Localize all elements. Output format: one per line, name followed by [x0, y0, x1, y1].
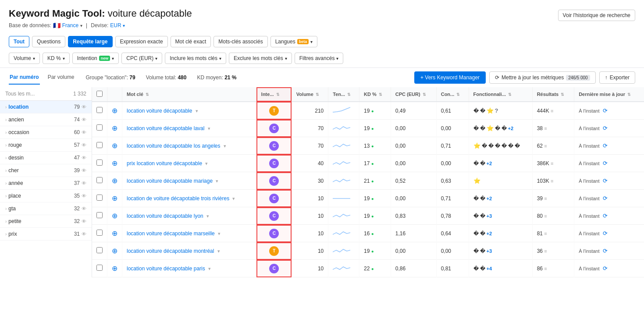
row-checkbox-input-1[interactable]: [96, 124, 103, 131]
filter-associated[interactable]: Mots-clés associés: [213, 36, 267, 47]
row-checkbox-input-2[interactable]: [96, 142, 103, 148]
row-checkbox-input-0[interactable]: [96, 107, 103, 113]
row-con-4: 0,63: [436, 172, 469, 190]
keyword-expand-1[interactable]: ▾: [208, 126, 210, 131]
add-keyword-btn-3[interactable]: ⊕: [112, 160, 117, 167]
row-checkbox-input-4[interactable]: [96, 177, 103, 183]
refresh-row-icon-3[interactable]: ⟳: [603, 160, 608, 166]
row-features-6: 📍+3: [469, 207, 532, 225]
country-link[interactable]: France: [62, 22, 78, 28]
sidebar-item-ancien[interactable]: › ancien 74 👁: [0, 113, 92, 126]
keyword-expand-7[interactable]: ▾: [218, 231, 221, 236]
add-keyword-btn-4[interactable]: ⊕: [112, 177, 117, 184]
refresh-row-icon-5[interactable]: ⟳: [603, 195, 608, 202]
keyword-link-2[interactable]: location voiture décapotable los angeles: [127, 143, 220, 149]
filter-exact-phrase[interactable]: Expression exacte: [115, 36, 168, 47]
sidebar-item-prix[interactable]: › prix 31 👁: [0, 228, 92, 241]
refresh-row-icon-2[interactable]: ⟳: [603, 142, 608, 149]
keyword-expand-8[interactable]: ▾: [217, 248, 220, 254]
keyword-manager-button[interactable]: + Vers Keyword Manager: [414, 71, 486, 84]
add-keyword-btn-2[interactable]: ⊕: [112, 142, 117, 149]
add-keyword-btn-0[interactable]: ⊕: [112, 107, 117, 114]
row-volume-8: 10: [292, 242, 328, 260]
row-checkbox-input-9[interactable]: [96, 265, 103, 271]
select-all-checkbox[interactable]: [96, 91, 103, 97]
tab-par-volume[interactable]: Par volume: [47, 71, 75, 85]
row-checkbox-input-7[interactable]: [96, 230, 103, 236]
row-volume-2: 70: [292, 137, 328, 155]
keyword-link-9[interactable]: location voiture décapotable paris: [127, 266, 205, 272]
updated-sort-icon: ⇅: [627, 92, 631, 97]
kd-stat: KD moyen: 21 %: [197, 74, 236, 81]
keyword-link-0[interactable]: location voiture décapotable: [127, 108, 192, 114]
filter-questions[interactable]: Questions: [32, 36, 65, 47]
add-keyword-btn-5[interactable]: ⊕: [112, 195, 117, 202]
sidebar-item-année[interactable]: › année 37 👁: [0, 177, 92, 190]
row-add-2: ⊕: [107, 137, 122, 155]
keyword-link-1[interactable]: location voiture décapotable laval: [127, 125, 204, 131]
keyword-expand-4[interactable]: ▾: [216, 178, 218, 184]
intent-badge-9: C: [269, 264, 279, 273]
row-trend-2: [328, 137, 359, 155]
th-add: [107, 87, 122, 102]
filter-include[interactable]: Inclure les mots clés ▾: [165, 53, 226, 64]
refresh-row-icon-9[interactable]: ⟳: [603, 265, 608, 272]
keyword-link-5[interactable]: location de voiture décapotable trois ri…: [127, 195, 229, 202]
refresh-row-icon-8[interactable]: ⟳: [603, 248, 608, 254]
row-kd-5: 19 ●: [359, 190, 391, 207]
sidebar-item-cher[interactable]: › cher 39 👁: [0, 164, 92, 177]
keyword-expand-6[interactable]: ▾: [206, 213, 209, 219]
update-metrics-button[interactable]: ⟳ Mettre à jour les métriques 246/5 000: [489, 71, 596, 84]
keyword-expand-3[interactable]: ▾: [205, 161, 208, 166]
refresh-row-icon-0[interactable]: ⟳: [603, 107, 608, 114]
keyword-expand-5[interactable]: ▾: [232, 196, 235, 201]
currency-link[interactable]: EUR ▾: [110, 22, 125, 28]
sidebar-item-place[interactable]: › place 35 👁: [0, 190, 92, 202]
filter-cpc[interactable]: CPC (EUR) ▾: [121, 53, 162, 64]
keyword-link-6[interactable]: location voiture décapotable lyon: [127, 213, 203, 219]
add-keyword-btn-8[interactable]: ⊕: [112, 248, 117, 255]
filter-intent[interactable]: Intention new ▾: [72, 53, 119, 64]
refresh-row-icon-7[interactable]: ⟳: [603, 230, 608, 237]
row-kd-6: 19 ●: [359, 207, 391, 225]
sidebar-item-location[interactable]: › location 79 👁: [0, 101, 92, 113]
keyword-expand-0[interactable]: ▾: [196, 108, 198, 113]
filter-exclude[interactable]: Exclure les mots clés ▾: [229, 53, 292, 64]
row-checkbox-input-5[interactable]: [96, 195, 103, 201]
keyword-expand-2[interactable]: ▾: [224, 143, 226, 149]
filter-volume[interactable]: Volume ▾: [9, 53, 40, 64]
filter-broad-match[interactable]: Requête large: [68, 36, 112, 47]
filter-kd[interactable]: KD % ▾: [43, 53, 70, 64]
keyword-link-4[interactable]: location voiture décapotable mariage: [127, 178, 213, 184]
keyword-link-3[interactable]: prix location voiture décapotable: [127, 160, 202, 166]
filter-all[interactable]: Tout: [9, 36, 29, 47]
keyword-expand-9[interactable]: ▾: [208, 266, 211, 271]
filter-exact-keyword[interactable]: Mot clé exact: [171, 36, 211, 47]
tab-par-numero[interactable]: Par numéro: [9, 71, 40, 85]
row-checkbox-input-8[interactable]: [96, 247, 103, 253]
keyword-link-8[interactable]: location voiture décapotable montréal: [127, 248, 214, 254]
refresh-row-icon-1[interactable]: ⟳: [603, 125, 608, 131]
history-button[interactable]: Voir l'historique de recherche: [558, 10, 635, 21]
export-button[interactable]: ↑ Exporter: [599, 71, 635, 84]
row-checkbox-input-3[interactable]: [96, 159, 103, 166]
sidebar-item-petite[interactable]: › petite 32 👁: [0, 215, 92, 228]
filter-advanced[interactable]: Filtres avancés ▾: [295, 53, 344, 64]
row-checkbox-input-6[interactable]: [96, 212, 103, 218]
sidebar-item-occasion[interactable]: › occasion 60 👁: [0, 126, 92, 139]
row-results-2: 62 ≡: [532, 137, 574, 155]
sidebar-item-rouge[interactable]: › rouge 57 👁: [0, 139, 92, 152]
row-checkbox-8: [92, 242, 107, 260]
add-keyword-btn-6[interactable]: ⊕: [112, 213, 117, 220]
add-keyword-btn-9[interactable]: ⊕: [112, 265, 117, 272]
add-keyword-btn-1[interactable]: ⊕: [112, 125, 117, 132]
th-checkbox: [92, 87, 107, 102]
sidebar-item-gta[interactable]: › gta 32 👁: [0, 202, 92, 215]
row-kd-0: 19 ●: [359, 102, 391, 120]
filter-languages[interactable]: Langues beta ▾: [270, 36, 318, 47]
add-keyword-btn-7[interactable]: ⊕: [112, 230, 117, 237]
sidebar-item-dessin[interactable]: › dessin 47 👁: [0, 152, 92, 164]
keyword-link-7[interactable]: location voiture décapotable marseille: [127, 230, 215, 237]
refresh-row-icon-6[interactable]: ⟳: [603, 213, 608, 219]
refresh-row-icon-4[interactable]: ⟳: [603, 177, 608, 184]
